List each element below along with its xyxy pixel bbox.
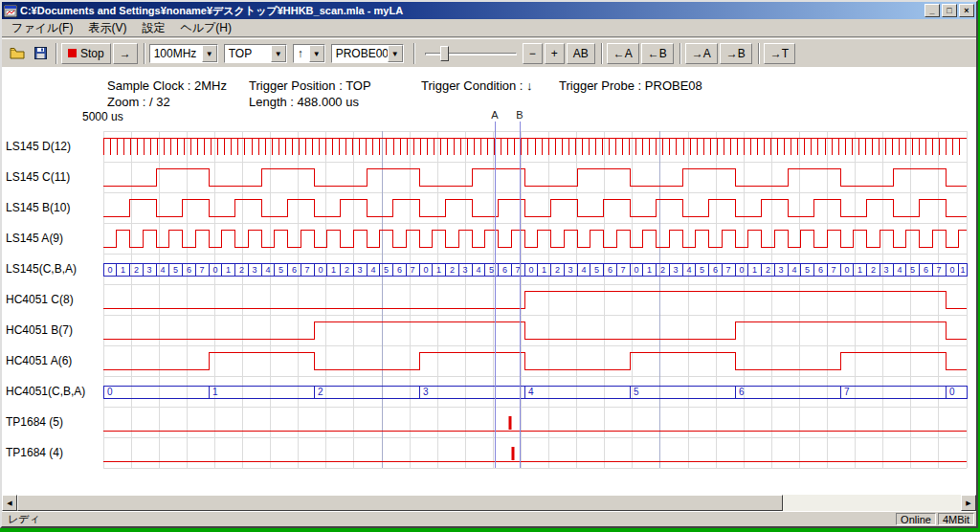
chevron-down-icon[interactable]: ▼ <box>309 45 324 62</box>
app-icon <box>4 5 17 17</box>
bus-value: 7 <box>832 265 836 275</box>
bus-value: 0 <box>634 265 638 275</box>
goto-cursor-b-left-button[interactable]: ←B <box>641 43 674 64</box>
stop-label: Stop <box>80 47 104 60</box>
zoom-out-button[interactable]: − <box>523 43 543 64</box>
bus-value: 2 <box>239 265 244 275</box>
channel-label: TP1684 (5) <box>6 415 63 429</box>
channel-label: TP1684 (4) <box>6 446 63 459</box>
menu-settings[interactable]: 設定 <box>134 18 172 38</box>
bus-value: 4 <box>686 265 691 275</box>
bus-value: 5 <box>910 265 915 275</box>
run-button[interactable]: → <box>113 43 138 64</box>
bus-value: 5 <box>700 265 704 275</box>
sample-clock-select[interactable]: 100MHz ▼ <box>149 44 218 63</box>
trigger-edge-value: ↑ <box>294 45 309 62</box>
status-memory-badge: 4MBit <box>938 513 974 525</box>
goto-cursor-a-right-button[interactable]: →A <box>685 43 718 64</box>
menu-help[interactable]: ヘルプ(H) <box>172 18 239 38</box>
bus-value: 6 <box>502 265 507 275</box>
bus-value: 2 <box>871 265 876 275</box>
zoom-slider[interactable] <box>425 43 517 64</box>
bus-value: 7 <box>200 265 205 275</box>
bus-value: 0 <box>844 265 849 275</box>
waveform-display[interactable]: LS145 D(12)LS145 C(11)LS145 B(10)LS145 A… <box>2 67 976 495</box>
toolbar: Stop → 100MHz ▼ TOP ▼ ↑ ▼ PROBE00 ▼ − + … <box>2 38 976 67</box>
zoom-slider-track <box>425 53 517 55</box>
bus-value: 0 <box>949 387 955 397</box>
channel-label: HC4051 A(6) <box>6 354 72 367</box>
bus-value: 3 <box>884 265 889 275</box>
bus-value: 3 <box>463 265 468 275</box>
bus-value: 3 <box>358 265 363 275</box>
channel-label: HC4051(C,B,A) <box>6 385 85 398</box>
bus-value: 2 <box>660 265 665 275</box>
bus-value: 5 <box>634 387 639 397</box>
bus-value: 1 <box>858 265 862 275</box>
channel-label: LS145(C,B,A) <box>6 262 77 276</box>
status-online-badge: Online <box>896 513 936 525</box>
minimize-button[interactable]: _ <box>924 4 940 17</box>
waveform <box>103 321 967 339</box>
bus-cell <box>419 386 524 398</box>
chevron-down-icon[interactable]: ▼ <box>271 45 286 62</box>
bus-value: 7 <box>726 265 731 275</box>
bus-value: 4 <box>265 265 270 275</box>
trigger-probe-select[interactable]: PROBE00 ▼ <box>331 44 404 63</box>
channel-label: HC4051 C(8) <box>6 293 74 306</box>
bus-value: 5 <box>805 265 810 275</box>
trigger-probe-value: PROBE00 <box>332 45 388 62</box>
stop-button[interactable]: Stop <box>61 43 111 64</box>
titlebar[interactable]: C:¥Documents and Settings¥noname¥デスクトップ¥… <box>2 2 976 19</box>
app-window: C:¥Documents and Settings¥noname¥デスクトップ¥… <box>0 0 978 528</box>
menu-view[interactable]: 表示(V) <box>80 18 134 38</box>
bus-value: 5 <box>173 265 178 275</box>
ab-button[interactable]: AB <box>567 43 595 64</box>
waveform-client-area: Sample Clock : 2MHz Trigger Position : T… <box>2 67 976 495</box>
scrollbar-track[interactable] <box>783 495 961 511</box>
trigger-position-select[interactable]: TOP ▼ <box>224 44 287 63</box>
scroll-right-icon[interactable]: ▶ <box>961 495 976 511</box>
bus-value: 3 <box>253 265 257 275</box>
zoom-slider-thumb[interactable] <box>440 46 449 61</box>
waveform <box>103 138 967 155</box>
bus-value: 4 <box>476 265 480 275</box>
bus-value: 3 <box>568 265 573 275</box>
bus-value: 3 <box>147 265 152 275</box>
bus-value: 7 <box>621 265 626 275</box>
cursors[interactable]: AB <box>491 109 523 468</box>
bus-cell <box>735 386 840 398</box>
chevron-down-icon[interactable]: ▼ <box>388 45 403 62</box>
bus-value: 7 <box>844 387 850 397</box>
cursor-a-label: A <box>491 109 499 121</box>
bus-value: 1 <box>752 265 757 275</box>
zoom-in-button[interactable]: + <box>545 43 565 64</box>
bus-value: 0 <box>423 265 428 275</box>
scrollbar-thumb[interactable] <box>17 495 783 511</box>
grid <box>103 131 967 468</box>
trigger-edge-select[interactable]: ↑ ▼ <box>293 44 325 63</box>
bus-value: 6 <box>713 265 718 275</box>
bus-value: 1 <box>647 265 652 275</box>
horizontal-scrollbar[interactable]: ◀ ▶ <box>2 495 976 511</box>
bus-value: 4 <box>160 265 165 275</box>
goto-cursor-a-left-button[interactable]: ←A <box>607 43 639 64</box>
bus-value: 6 <box>397 265 402 275</box>
bus-cell <box>840 386 946 398</box>
menu-file[interactable]: ファイル(F) <box>4 18 80 38</box>
bus-waveform: 012345670 <box>103 386 967 398</box>
open-file-button[interactable] <box>6 43 29 64</box>
save-file-button[interactable] <box>29 43 52 64</box>
toolbar-separator <box>679 43 681 64</box>
sample-clock-value: 100MHz <box>150 45 202 62</box>
goto-cursor-b-right-button[interactable]: →B <box>720 43 752 64</box>
close-button[interactable]: × <box>959 4 974 17</box>
chevron-down-icon[interactable]: ▼ <box>202 45 217 62</box>
goto-trigger-button[interactable]: →T <box>764 43 795 64</box>
pulse-mark <box>509 416 512 430</box>
scroll-left-icon[interactable]: ◀ <box>2 495 17 511</box>
bus-value: 4 <box>791 265 796 275</box>
maximize-button[interactable]: □ <box>942 4 957 17</box>
bus-value: 5 <box>489 265 494 275</box>
bus-value: 1 <box>436 265 441 275</box>
